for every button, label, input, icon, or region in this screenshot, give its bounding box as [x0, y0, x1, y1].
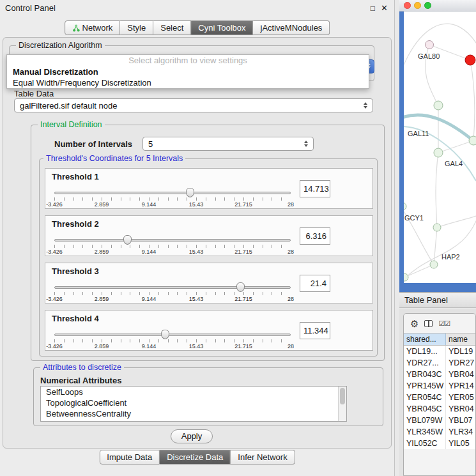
network-canvas[interactable]: GAL80 GAL11 GAL4 GCY1 HAP2: [404, 12, 476, 283]
table-row[interactable]: YBR043C YBR04: [404, 369, 475, 380]
tick-label: 2.859: [95, 249, 109, 255]
tick-label: 9.144: [142, 296, 157, 302]
node-gal80[interactable]: [426, 41, 434, 49]
gear-icon[interactable]: ⚙: [410, 319, 418, 328]
columns-icon[interactable]: [424, 320, 433, 327]
tab-style[interactable]: Style: [120, 20, 153, 35]
select-columns-icon[interactable]: ☑☑: [438, 319, 450, 328]
apply-button[interactable]: Apply: [171, 429, 213, 443]
threshold-4-slider[interactable]: -3.426 2.859 9.144 15.43 21.715 28: [54, 330, 291, 350]
cell-name[interactable]: YBR04: [446, 369, 475, 380]
cell-name[interactable]: YDR27: [446, 357, 475, 369]
table-data-combobox[interactable]: galFiltered.sif default node: [14, 98, 373, 112]
cell-shared-name[interactable]: YIL052C: [404, 438, 446, 449]
dropdown-item-manual-discretization[interactable]: Manual Discretization: [7, 66, 369, 77]
attributes-scrollbar[interactable]: [338, 387, 346, 421]
threshold-1-slider[interactable]: -3.426 2.859 9.144 15.43 21.715 28: [54, 188, 291, 208]
node-gcy1[interactable]: [433, 224, 441, 231]
cell-name[interactable]: YBL07: [446, 415, 475, 426]
tab-jactivemnodules[interactable]: jActiveMNodules: [254, 20, 330, 35]
cell-shared-name[interactable]: YDL19...: [404, 346, 446, 357]
cell-shared-name[interactable]: YBR045C: [404, 403, 446, 415]
slider-thumb[interactable]: [123, 235, 132, 245]
tab-cyni-toolbox[interactable]: Cyni Toolbox: [191, 20, 253, 35]
threshold-4-value-field[interactable]: 11.344: [300, 322, 330, 339]
tab-impute-data[interactable]: Impute Data: [99, 450, 160, 464]
cell-shared-name[interactable]: YBL079W: [404, 415, 446, 426]
table-row[interactable]: YBR045C YBR04: [404, 403, 475, 415]
list-item-topologicalcoefficient[interactable]: TopologicalCoefficient: [41, 397, 346, 408]
tick-label: 2.859: [95, 201, 109, 208]
node-gal4[interactable]: [434, 148, 443, 157]
interval-definition-legend: Interval Definition: [38, 120, 105, 129]
node-label-gal11: GAL11: [408, 130, 429, 137]
number-of-intervals-combobox[interactable]: 5: [142, 137, 314, 151]
mac-close-button[interactable]: [404, 2, 411, 9]
threshold-1-panel: Threshold 1 -3.426 2.859 9.144 15.43 21.…: [45, 168, 373, 209]
slider-thumb[interactable]: [161, 330, 169, 339]
slider-track[interactable]: [54, 286, 291, 289]
cell-name[interactable]: YLR34: [446, 426, 475, 438]
discretization-algorithm-label: Discretization Algorithm: [16, 41, 105, 50]
list-item-betweennesscentrality[interactable]: BetweennessCentrality: [41, 408, 346, 419]
combo-arrows-icon: [364, 102, 367, 109]
mac-minimize-button[interactable]: [414, 2, 421, 9]
cell-shared-name[interactable]: YPR145W: [404, 380, 446, 392]
slider-thumb[interactable]: [186, 188, 194, 197]
tab-discretize-data[interactable]: Discretize Data: [160, 450, 231, 464]
slider-thumb[interactable]: [236, 282, 245, 292]
threshold-4-label: Threshold 4: [52, 314, 99, 323]
node-gal11[interactable]: [434, 101, 443, 110]
table-row[interactable]: YPR145W YPR14: [404, 380, 475, 392]
node-label-gal80: GAL80: [418, 52, 440, 60]
dropdown-placeholder: Select algorithm to view settings: [7, 55, 369, 66]
number-of-intervals-label: Number of Intervals: [54, 139, 132, 149]
control-panel-title: Control Panel: [5, 0, 56, 17]
tab-select[interactable]: Select: [153, 20, 191, 35]
table-row[interactable]: YER054C YER05: [404, 392, 475, 403]
slider-track[interactable]: [54, 239, 291, 242]
slider-track[interactable]: [54, 334, 291, 336]
cell-shared-name[interactable]: YDR27...: [404, 357, 446, 369]
threshold-2-slider[interactable]: -3.426 2.859 9.144 15.43 21.715 28: [54, 235, 291, 256]
cell-name[interactable]: YBR04: [446, 403, 475, 415]
column-header-shared-name[interactable]: shared...: [404, 334, 446, 345]
column-header-name[interactable]: name: [446, 334, 475, 345]
threshold-1-value-field[interactable]: 14.713: [300, 180, 330, 197]
close-icon[interactable]: ✕: [381, 0, 388, 17]
scrollbar-thumb[interactable]: [340, 388, 345, 404]
table-row[interactable]: YDL19... YDL19: [404, 346, 475, 357]
table-row[interactable]: YBL079W YBL07: [404, 415, 475, 426]
tab-infer-network[interactable]: Infer Network: [231, 450, 295, 464]
list-item-selfloops[interactable]: SelfLoops: [41, 387, 346, 397]
node-right-edge[interactable]: [469, 136, 476, 145]
cell-shared-name[interactable]: YBR043C: [404, 369, 446, 380]
tab-network[interactable]: Network: [65, 20, 121, 35]
threshold-3-slider[interactable]: -3.426 2.859 9.144 15.43 21.715 28: [54, 282, 291, 303]
node-hap2[interactable]: [430, 261, 438, 268]
table-row[interactable]: YIL052C YIL05: [404, 438, 475, 449]
threshold-2-value-field[interactable]: 6.316: [300, 227, 330, 245]
tab-style-label: Style: [127, 23, 146, 33]
tick-label: -3.426: [46, 343, 63, 349]
cell-name[interactable]: YIL05: [446, 438, 475, 449]
threshold-3-value-field[interactable]: 21.4: [300, 275, 330, 292]
table-row[interactable]: YDR27... YDR27: [404, 357, 475, 369]
node-left-edge[interactable]: [404, 203, 406, 210]
dropdown-item-equal-width[interactable]: Equal Width/Frequency Discretization: [7, 77, 369, 88]
cell-name[interactable]: YPR14: [446, 380, 475, 392]
table-row[interactable]: YLR345W YLR34: [404, 426, 475, 438]
mac-zoom-button[interactable]: [424, 2, 431, 9]
cell-shared-name[interactable]: YLR345W: [404, 426, 446, 438]
slider-ticks: [54, 292, 291, 295]
number-of-intervals-value: 5: [148, 139, 153, 149]
cell-shared-name[interactable]: YER054C: [404, 392, 446, 403]
tab-cyni-toolbox-label: Cyni Toolbox: [198, 23, 245, 33]
slider-track[interactable]: [54, 192, 291, 194]
node-selected-red[interactable]: [465, 55, 475, 65]
node-label-hap2: HAP2: [441, 253, 460, 261]
cell-name[interactable]: YER05: [446, 392, 475, 403]
float-window-icon[interactable]: □: [371, 0, 375, 17]
node-bottom-left[interactable]: [404, 273, 408, 281]
cell-name[interactable]: YDL19: [446, 346, 475, 357]
